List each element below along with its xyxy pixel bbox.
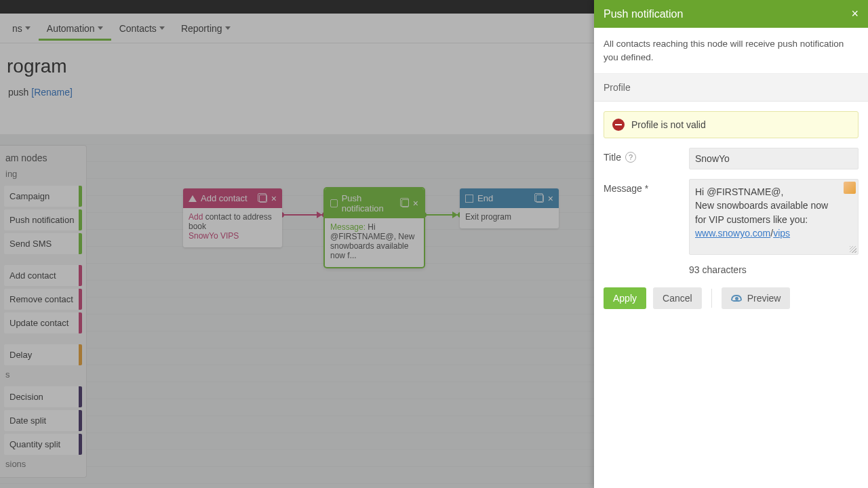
message-textarea[interactable]: Hi @FIRSTNAME@,New snowboards available … [689,179,859,255]
profile-section-label: Profile [594,74,868,102]
push-notification-drawer: Push notification × All contacts reachin… [594,0,868,488]
resize-handle[interactable] [850,246,856,253]
close-icon[interactable]: × [851,7,859,21]
help-icon[interactable]: ? [625,152,636,163]
cancel-button[interactable]: Cancel [653,287,702,309]
eye-icon [731,295,742,302]
character-count: 93 characters [689,264,859,275]
preview-button[interactable]: Preview [722,287,791,309]
insert-variable-icon[interactable] [844,182,856,194]
title-input[interactable] [689,148,859,169]
validation-alert: Profile is not valid [604,111,859,138]
drawer-description: All contacts reaching this node will rec… [594,28,868,74]
drawer-header: Push notification × [594,0,868,28]
error-icon [612,119,625,131]
apply-button[interactable]: Apply [604,287,646,309]
